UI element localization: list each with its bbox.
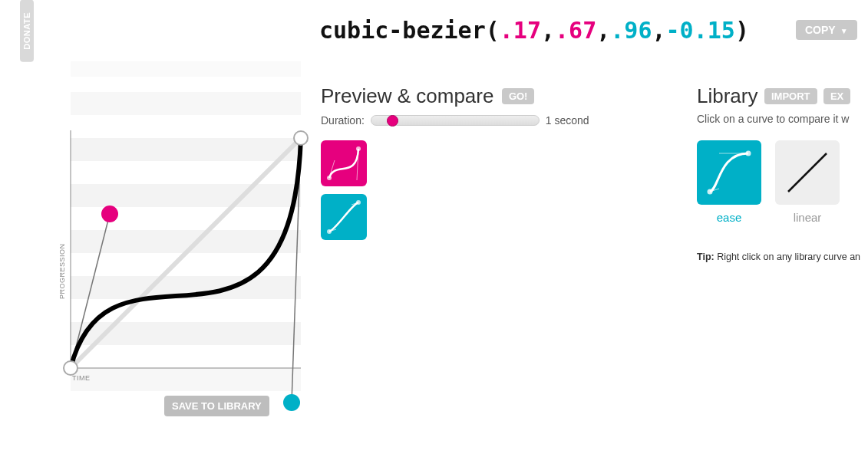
export-button[interactable]: EX [823,88,850,104]
svg-point-11 [356,146,361,151]
p2y-value[interactable]: -0.15 [666,17,735,44]
library-tile [697,140,761,205]
library-title: Library [697,84,757,108]
svg-rect-5 [71,92,301,115]
svg-rect-7 [71,368,301,391]
svg-point-10 [327,176,332,180]
endpoint-start [64,361,78,375]
library-tip: Tip: Right click on any library curve an [697,252,868,262]
copy-label: COPY [805,24,836,36]
svg-rect-1 [71,184,301,207]
duration-value: 1 second [546,114,589,127]
bezier-formula: cubic-bezier(.17,.67,.96,-0.15) [319,17,749,44]
svg-line-20 [788,153,827,192]
import-button[interactable]: IMPORT [764,88,817,104]
svg-point-18 [708,189,713,195]
p2x-value[interactable]: .96 [610,17,652,44]
library-subtitle: Click on a curve to compare it w [697,113,868,125]
plot-grid [71,61,301,391]
control-point-p2[interactable] [283,394,300,411]
endpoint-end [294,131,308,145]
library-section: Library IMPORT EX Click on a curve to co… [697,84,868,262]
save-to-library-button[interactable]: SAVE TO LIBRARY [164,396,269,416]
curve-thumb-icon [325,199,362,235]
svg-rect-6 [71,61,301,77]
preview-thumb-compare[interactable] [321,194,367,240]
chevron-down-icon: ▼ [840,27,848,35]
duration-label: Duration: [321,114,365,127]
p1x-value[interactable]: .17 [500,17,541,44]
bezier-canvas[interactable] [63,61,309,414]
copy-button[interactable]: COPY▼ [796,20,857,40]
preview-title: Preview & compare [321,84,493,108]
curve-thumb-icon [325,145,362,182]
control-point-p1[interactable] [101,205,118,222]
axis-label-progression: PROGRESSION [58,243,66,299]
bezier-editor[interactable]: PROGRESSION TIME SAVE TO LIBRARY [63,61,301,406]
preview-thumb-current[interactable] [321,140,367,186]
duration-row: Duration: 1 second [321,114,674,127]
library-item-linear[interactable]: linear [775,140,840,224]
credits-rail: Made by Lea Verou with care ✿ About [20,31,38,360]
library-tile [775,140,840,205]
ease-curve-icon [704,147,754,198]
svg-point-14 [327,229,332,234]
axis-label-time: TIME [72,374,91,382]
preview-section: Preview & compare GO! Duration: 1 second [321,84,674,240]
duration-slider[interactable] [371,115,540,126]
library-grid: ease linear [697,140,868,224]
library-item-ease[interactable]: ease [697,140,761,224]
preview-thumbnails [321,140,674,240]
p1y-value[interactable]: .67 [555,17,596,44]
library-caption: ease [717,211,742,224]
svg-point-15 [356,200,361,205]
svg-rect-0 [71,138,301,161]
library-caption: linear [794,211,822,224]
go-button[interactable]: GO! [502,88,535,104]
linear-curve-icon [782,147,833,198]
slider-thumb[interactable] [387,115,398,127]
svg-point-19 [746,151,751,156]
